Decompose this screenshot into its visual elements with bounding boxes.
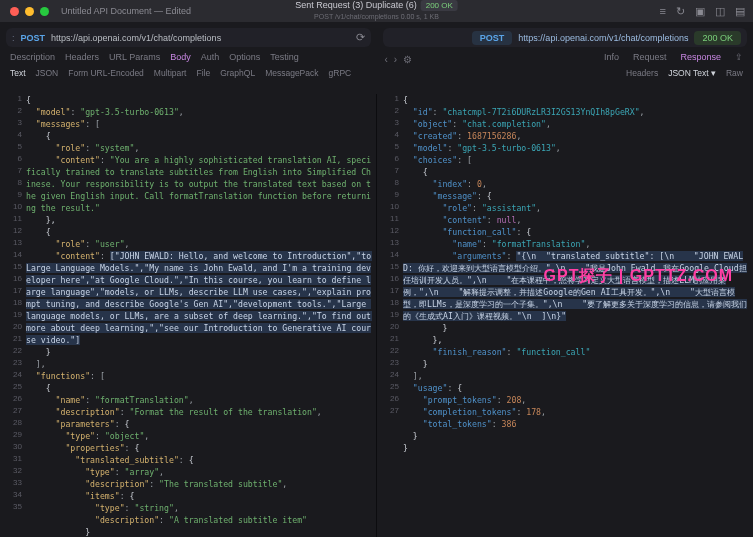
document-title: Untitled API Document — Edited xyxy=(61,6,191,16)
export-icon[interactable]: ⇪ xyxy=(735,52,743,62)
request-body-editor[interactable]: 1234567891011121314151617181920212223242… xyxy=(0,94,376,537)
tab-description[interactable]: Description xyxy=(10,52,55,62)
subtab-msgpack[interactable]: MessagePack xyxy=(265,68,318,78)
tab-url-params[interactable]: URL Params xyxy=(109,52,160,62)
subtab-resp-headers[interactable]: Headers xyxy=(626,68,658,78)
response-url-bar: POST https://api.openai.com/v1/chat/comp… xyxy=(383,28,748,47)
tab-testing[interactable]: Testing xyxy=(270,52,299,62)
subtab-multipart[interactable]: Multipart xyxy=(154,68,187,78)
nav-fwd-icon[interactable]: › xyxy=(394,54,397,65)
center-title: Sent Request (3) Duplicate (6) xyxy=(295,0,417,11)
tab-body[interactable]: Body xyxy=(170,52,191,62)
tab-options[interactable]: Options xyxy=(229,52,260,62)
response-status: 200 OK xyxy=(694,31,741,45)
response-body-viewer[interactable]: 1234567891011121314151617181920212223242… xyxy=(377,94,753,537)
window-titlebar: Untitled API Document — Edited Sent Requ… xyxy=(0,0,753,22)
tab-info[interactable]: Info xyxy=(604,52,619,62)
subtab-file[interactable]: File xyxy=(196,68,210,78)
split-icon[interactable]: ◫ xyxy=(715,5,725,18)
minimize-icon[interactable] xyxy=(25,7,34,16)
body-subtabs: Text JSON Form URL-Encoded Multipart Fil… xyxy=(0,66,377,82)
request-summary: Sent Request (3) Duplicate (6) 200 OK PO… xyxy=(295,0,458,22)
subtab-grpc[interactable]: gRPC xyxy=(329,68,352,78)
request-method[interactable]: POST xyxy=(21,33,46,43)
response-subtabs: Headers JSON Text ▾ Raw xyxy=(377,66,754,82)
request-tabs: Description Headers URL Params Body Auth… xyxy=(0,48,377,66)
subtab-form[interactable]: Form URL-Encoded xyxy=(68,68,144,78)
tab-response[interactable]: Response xyxy=(680,52,721,62)
tab-request[interactable]: Request xyxy=(633,52,667,62)
maximize-icon[interactable] xyxy=(40,7,49,16)
subtab-raw[interactable]: Raw xyxy=(726,68,743,78)
subtab-text[interactable]: Text xyxy=(10,68,26,78)
center-subtitle: POST /v1/chat/completions 0.00 s, 1 KB xyxy=(295,11,458,22)
close-icon[interactable] xyxy=(10,7,19,16)
sidebar-icon[interactable]: ▤ xyxy=(735,5,745,18)
nav-back-icon[interactable]: ‹ xyxy=(385,54,388,65)
request-url-bar[interactable]: : POST https://api.openai.com/v1/chat/co… xyxy=(6,28,371,47)
settings-icon[interactable]: ⚙ xyxy=(403,54,412,65)
sliders-icon[interactable]: ≡ xyxy=(660,5,666,18)
traffic-lights xyxy=(0,7,49,16)
tab-headers[interactable]: Headers xyxy=(65,52,99,62)
subtab-json[interactable]: JSON xyxy=(36,68,59,78)
subtab-json-text[interactable]: JSON Text ▾ xyxy=(668,68,716,78)
status-badge: 200 OK xyxy=(421,0,458,11)
send-icon[interactable]: ⟳ xyxy=(356,31,365,44)
subtab-graphql[interactable]: GraphQL xyxy=(220,68,255,78)
preview-icon[interactable]: ▣ xyxy=(695,5,705,18)
redo-icon[interactable]: ↻ xyxy=(676,5,685,18)
method-colon: : xyxy=(12,33,15,43)
request-url[interactable]: https://api.openai.com/v1/chat/completio… xyxy=(51,33,349,43)
response-url: https://api.openai.com/v1/chat/completio… xyxy=(518,33,688,43)
response-method: POST xyxy=(472,31,513,45)
tab-auth[interactable]: Auth xyxy=(201,52,220,62)
